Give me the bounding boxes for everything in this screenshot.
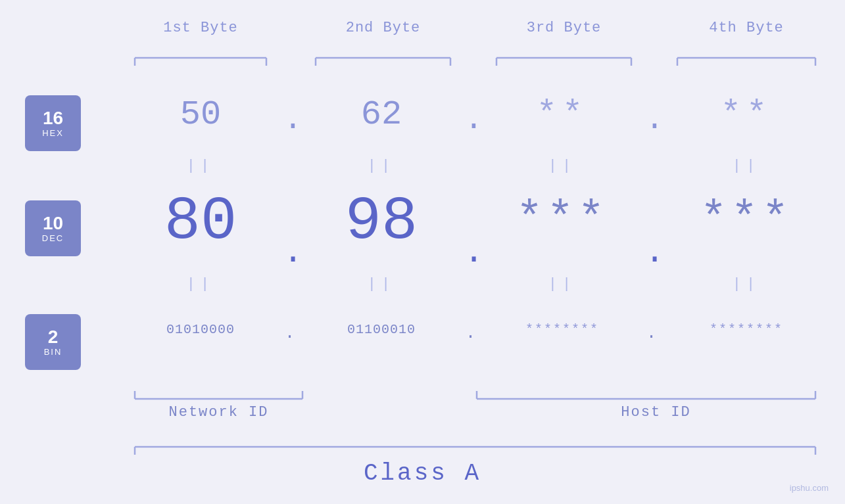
dec-byte2: 98 — [316, 187, 447, 256]
dec-sep1: . — [275, 233, 311, 272]
hex-sep2: . — [456, 102, 492, 137]
hex-byte1: 50 — [135, 95, 266, 134]
hex-byte4: ** — [677, 95, 815, 134]
byte3-header: 3rd Byte — [496, 20, 631, 36]
bin-sep1: . — [275, 323, 304, 343]
byte4-header: 4th Byte — [677, 20, 815, 36]
dec-sep3: . — [637, 233, 673, 272]
bin-sep2: . — [456, 323, 485, 343]
eq1-b2: || — [316, 158, 447, 174]
watermark: ipshu.com — [790, 482, 829, 494]
eq2-b2: || — [316, 276, 447, 292]
dec-sep2: . — [456, 233, 492, 272]
eq1-b4: || — [677, 158, 815, 174]
hex-sep3: . — [637, 102, 673, 137]
bin-byte2: 01100010 — [316, 322, 447, 337]
hex-badge: 16 HEX — [25, 95, 81, 151]
bin-byte4: ******** — [677, 322, 815, 337]
bin-sep3: . — [637, 323, 666, 343]
host-id-label: Host ID — [496, 404, 815, 421]
byte1-header: 1st Byte — [135, 20, 266, 36]
dec-byte4: *** — [677, 194, 815, 244]
bin-byte3: ******** — [496, 322, 628, 337]
bin-byte1: 01010000 — [135, 322, 266, 337]
eq2-b1: || — [135, 276, 266, 292]
class-label: Class A — [263, 460, 582, 487]
dec-byte3: *** — [496, 194, 628, 244]
hex-byte3: ** — [496, 95, 628, 134]
dec-byte1: 80 — [135, 187, 266, 256]
hex-byte2: 62 — [316, 95, 447, 134]
eq2-b3: || — [496, 276, 628, 292]
eq1-b3: || — [496, 158, 628, 174]
dec-badge: 10 DEC — [25, 200, 81, 256]
eq2-b4: || — [677, 276, 815, 292]
hex-sep1: . — [275, 102, 311, 137]
bin-badge: 2 BIN — [25, 314, 81, 370]
network-id-label: Network ID — [135, 404, 302, 421]
eq1-b1: || — [135, 158, 266, 174]
byte2-header: 2nd Byte — [316, 20, 450, 36]
